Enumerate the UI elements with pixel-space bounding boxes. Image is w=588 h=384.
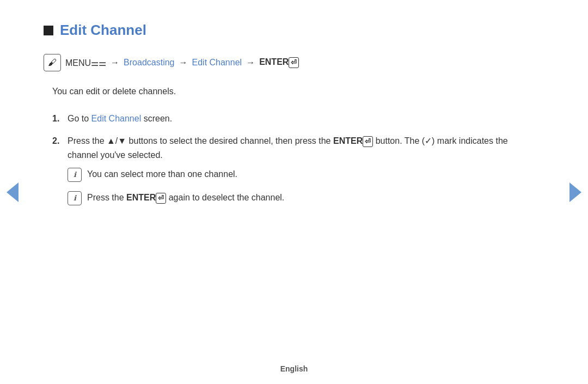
note2-before: Press the bbox=[87, 193, 126, 202]
menu-label: MENU⚌⚌ bbox=[65, 58, 106, 68]
title-row: Edit Channel bbox=[44, 22, 534, 39]
broadcasting-link: Broadcasting bbox=[124, 58, 174, 68]
next-arrow-button[interactable] bbox=[569, 182, 581, 202]
note2-bold: ENTER⏎ bbox=[126, 193, 166, 202]
note-text-1: You can select more than one channel. bbox=[87, 167, 237, 181]
enter-box: ⏎ bbox=[289, 57, 299, 68]
list1-text-after: screen. bbox=[141, 114, 172, 123]
footer-language: English bbox=[280, 364, 308, 373]
edit-channel-link: Edit Channel bbox=[192, 58, 242, 68]
menu-text: MENU bbox=[65, 58, 91, 68]
arrow-3: → bbox=[246, 58, 255, 68]
menu-icon: 🖌 bbox=[44, 54, 61, 71]
note-item-1: ℹ You can select more than one channel. bbox=[68, 167, 534, 182]
prev-arrow-button[interactable] bbox=[7, 182, 19, 202]
enter-box-3: ⏎ bbox=[156, 193, 166, 204]
enter-box-2: ⏎ bbox=[363, 136, 373, 147]
note-icon-1: ℹ bbox=[68, 168, 82, 182]
title-square-icon bbox=[44, 26, 53, 35]
note-icon-2: ℹ bbox=[68, 191, 82, 205]
menu-icon-chars: ⚌⚌ bbox=[91, 58, 106, 68]
arrow-1: → bbox=[111, 58, 119, 68]
page-footer: English bbox=[0, 364, 588, 373]
list-number-2: 2. bbox=[52, 134, 68, 148]
numbered-list: 1. Go to Edit Channel screen. 2. Press t… bbox=[52, 112, 534, 215]
list-item-1: 1. Go to Edit Channel screen. bbox=[52, 112, 534, 126]
description-text: You can edit or delete channels. bbox=[52, 84, 534, 99]
list-content-2: Press the ▲/▼ buttons to select the desi… bbox=[68, 134, 534, 214]
list-number-1: 1. bbox=[52, 112, 68, 126]
hand-icon: 🖌 bbox=[48, 58, 57, 68]
note-list: ℹ You can select more than one channel. … bbox=[68, 167, 534, 205]
page-content: Edit Channel 🖌 MENU⚌⚌ → Broadcasting → E… bbox=[0, 0, 588, 245]
list1-text-before: Go to bbox=[68, 114, 91, 123]
note2-after: again to deselect the channel. bbox=[166, 193, 284, 202]
enter-label: ENTER⏎ bbox=[259, 57, 299, 68]
list-content-1: Go to Edit Channel screen. bbox=[68, 112, 534, 126]
list-item-2: 2. Press the ▲/▼ buttons to select the d… bbox=[52, 134, 534, 214]
list1-link: Edit Channel bbox=[91, 114, 142, 123]
list2-enter-bold: ENTER⏎ bbox=[333, 136, 373, 145]
note-content-2: Press the ENTER⏎ again to deselect the c… bbox=[87, 191, 284, 205]
list2-text: Press the ▲/▼ buttons to select the desi… bbox=[68, 136, 331, 145]
menu-path: 🖌 MENU⚌⚌ → Broadcasting → Edit Channel →… bbox=[44, 54, 534, 71]
note-item-2: ℹ Press the ENTER⏎ again to deselect the… bbox=[68, 191, 534, 205]
arrow-2: → bbox=[179, 58, 188, 68]
page-title: Edit Channel bbox=[60, 22, 146, 39]
